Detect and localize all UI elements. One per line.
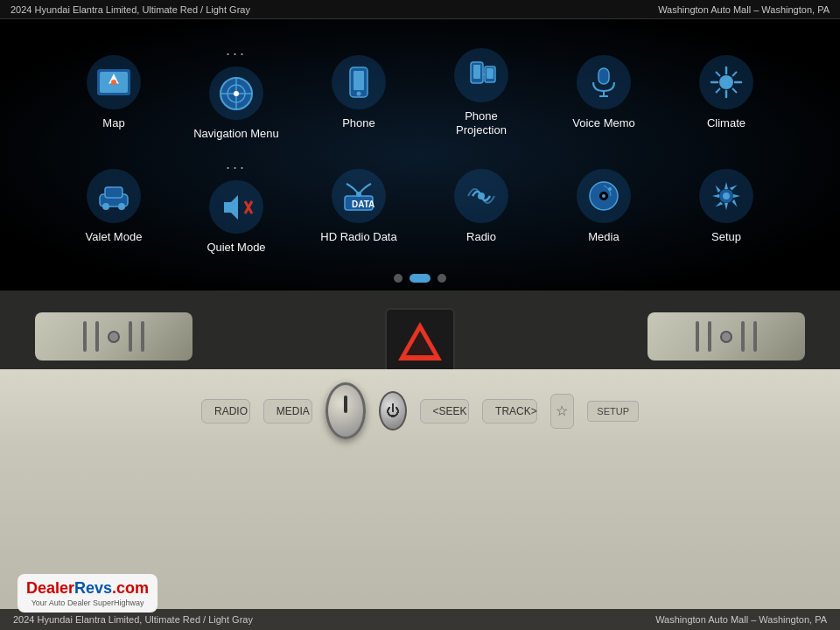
svg-point-32 <box>118 203 125 210</box>
icon-label-climate: Climate <box>707 116 746 130</box>
svg-marker-33 <box>224 195 238 220</box>
seek-back-button[interactable]: <SEEK <box>420 399 470 424</box>
icon-item-climate[interactable]: Climate <box>665 36 788 150</box>
dashboard-area: RADIO MEDIA ⏻ <SEEK TRACK> ☆ SETUP Deale… <box>0 290 840 630</box>
vent-blade <box>708 321 711 352</box>
icon-label-valet-mode: Valet Mode <box>86 230 143 244</box>
icon-circle-setup <box>699 169 753 223</box>
icon-item-media[interactable]: Media <box>542 150 665 263</box>
icon-item-setup[interactable]: Setup <box>665 150 788 263</box>
icon-item-map[interactable]: Map <box>52 36 175 150</box>
media-controls-area: RADIO MEDIA ⏻ <SEEK TRACK> ☆ SETUP <box>201 382 639 439</box>
vent-blade <box>741 321 745 352</box>
icon-label-quiet-mode: Quiet Mode <box>206 241 265 255</box>
icon-circle-climate <box>699 55 753 109</box>
icon-circle-phone-projection <box>454 48 508 102</box>
vent-blade <box>129 321 132 352</box>
svg-point-11 <box>357 92 361 96</box>
icon-item-valet-mode[interactable]: Valet Mode <box>52 150 175 263</box>
svg-rect-17 <box>598 68 609 84</box>
icon-label-setup: Setup <box>711 230 741 244</box>
vent-direction-knob[interactable] <box>108 331 120 343</box>
screen-page-dots <box>394 274 446 283</box>
svg-point-42 <box>602 194 606 198</box>
page-dot-2[interactable] <box>438 274 446 283</box>
hazard-triangle-icon <box>398 322 442 360</box>
ellipsis-indicator: ··· <box>226 45 247 63</box>
icon-circle-media <box>577 169 631 223</box>
svg-line-28 <box>716 88 720 93</box>
right-air-vent <box>648 312 805 360</box>
svg-rect-15 <box>486 68 494 79</box>
icon-circle-radio <box>454 169 508 223</box>
bottom-left-caption: 2024 Hyundai Elantra Limited, Ultimate R… <box>13 614 253 625</box>
icon-label-voice-memo: Voice Memo <box>572 116 635 130</box>
icon-label-media: Media <box>588 230 619 244</box>
icon-circle-nav-menu <box>209 66 263 120</box>
icon-item-hd-radio[interactable]: DATA HD Radio Data <box>298 150 420 263</box>
icon-item-phone-projection[interactable]: PhoneProjection <box>420 36 542 150</box>
vent-lines-right <box>696 321 757 352</box>
page-dot-0[interactable] <box>394 274 402 283</box>
svg-point-39 <box>478 192 485 200</box>
icon-item-radio[interactable]: Radio <box>420 150 542 263</box>
svg-point-8 <box>234 91 239 96</box>
favorite-button[interactable]: ☆ <box>550 394 575 429</box>
icon-label-radio: Radio <box>466 230 496 244</box>
vent-direction-knob[interactable] <box>720 331 732 343</box>
top-right-caption: Washington Auto Mall – Washington, PA <box>658 4 830 15</box>
infotainment-screen: Map ··· Navigation Menu Phone PhoneProje… <box>0 19 840 290</box>
dealer-tagline: Your Auto Dealer SuperHighway <box>26 598 149 607</box>
vent-blade <box>141 321 144 352</box>
media-button[interactable]: MEDIA <box>263 399 312 424</box>
app-icon-grid: Map ··· Navigation Menu Phone PhoneProje… <box>52 36 788 263</box>
icon-label-phone: Phone <box>342 116 375 130</box>
svg-rect-10 <box>354 71 364 90</box>
vent-lines-left <box>83 321 144 352</box>
dealer-watermark: DealerRevs.com Your Auto Dealer SuperHig… <box>18 574 158 612</box>
svg-text:DATA: DATA <box>352 200 374 209</box>
dealer-logo: DealerRevs.com Your Auto Dealer SuperHig… <box>18 574 158 612</box>
icon-item-nav-menu[interactable]: ··· Navigation Menu <box>175 36 298 150</box>
icon-item-voice-memo[interactable]: Voice Memo <box>542 36 665 150</box>
vent-blade <box>95 321 99 352</box>
icon-label-phone-projection: PhoneProjection <box>456 109 507 136</box>
icon-label-nav-menu: Navigation Menu <box>193 127 279 141</box>
svg-line-25 <box>716 72 720 76</box>
svg-rect-13 <box>473 65 480 79</box>
page-dot-1[interactable] <box>410 274 430 283</box>
icon-label-hd-radio: HD Radio Data <box>320 230 396 244</box>
svg-line-26 <box>732 88 737 93</box>
svg-point-45 <box>723 192 730 200</box>
vent-blade <box>753 321 757 352</box>
icon-circle-map <box>87 55 141 109</box>
svg-point-38 <box>356 192 361 197</box>
icon-item-quiet-mode[interactable]: ··· Quiet Mode <box>175 150 298 263</box>
power-button[interactable]: ⏻ <box>379 391 407 430</box>
top-left-caption: 2024 Hyundai Elantra Limited, Ultimate R… <box>10 4 250 15</box>
icon-circle-valet-mode <box>87 169 141 223</box>
top-caption-bar: 2024 Hyundai Elantra Limited, Ultimate R… <box>0 0 840 19</box>
svg-point-3 <box>111 80 116 85</box>
bottom-right-caption: Washington Auto Mall – Washington, PA <box>655 614 827 625</box>
icon-label-map: Map <box>102 116 124 130</box>
svg-point-20 <box>719 75 733 89</box>
icon-circle-quiet-mode <box>209 180 263 234</box>
track-forward-button[interactable]: TRACK> <box>482 399 536 424</box>
icon-circle-voice-memo <box>577 55 631 109</box>
hazard-button-area <box>385 308 455 374</box>
left-air-vent <box>35 312 192 360</box>
volume-knob[interactable] <box>326 382 366 439</box>
svg-point-31 <box>102 203 109 210</box>
vent-blade <box>83 321 87 352</box>
svg-line-27 <box>732 72 737 76</box>
icon-circle-hd-radio: DATA <box>332 169 386 223</box>
icon-circle-phone <box>332 55 386 109</box>
vent-blade <box>696 321 699 352</box>
dealer-logo-text: DealerRevs.com <box>26 579 149 598</box>
radio-button[interactable]: RADIO <box>201 399 250 424</box>
icon-item-phone[interactable]: Phone <box>298 36 420 150</box>
setup-button[interactable]: SETUP <box>587 401 639 422</box>
svg-point-43 <box>608 187 612 191</box>
hazard-button[interactable] <box>385 308 455 374</box>
